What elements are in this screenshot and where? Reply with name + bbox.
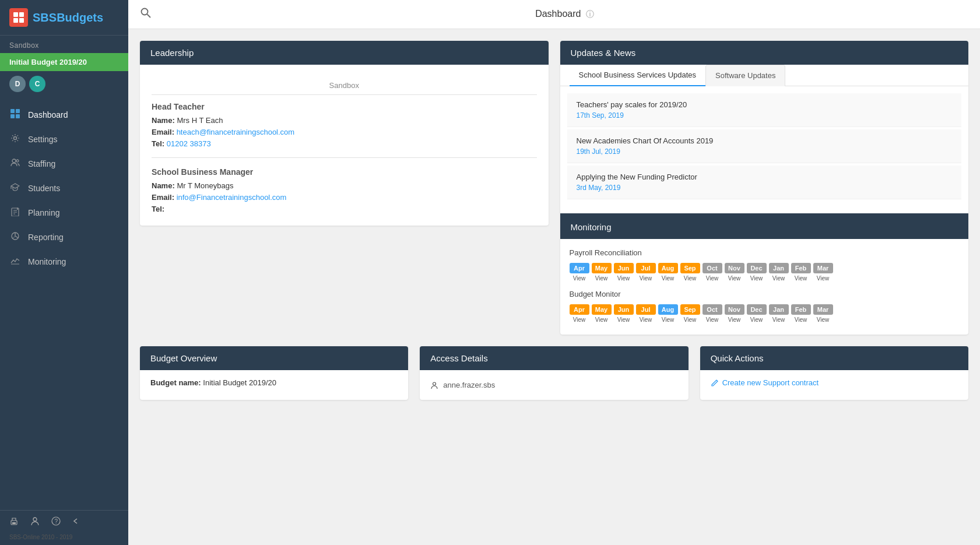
payroll-month-nov[interactable]: Nov View <box>725 263 744 282</box>
budget-month-nov[interactable]: Nov View <box>725 304 744 323</box>
month-view-label[interactable]: View <box>750 275 763 282</box>
month-view-label[interactable]: View <box>617 317 630 323</box>
main-content: Dashboard ⓘ Leadership Sandbox Head Teac… <box>128 0 980 545</box>
budget-month-mar[interactable]: Mar View <box>813 304 833 323</box>
sidebar-item-students[interactable]: Students <box>0 176 128 201</box>
month-view-label[interactable]: View <box>706 317 719 323</box>
payroll-month-mar[interactable]: Mar View <box>813 263 833 282</box>
tab-sbs-updates[interactable]: School Business Services Updates <box>570 65 706 86</box>
month-view-label[interactable]: View <box>573 275 586 282</box>
news-items-area: Teachers' pay scales for 2019/20 17th Se… <box>560 86 969 209</box>
sidebar-item-label: Planning <box>28 208 60 217</box>
sidebar-item-staffing[interactable]: Staffing <box>0 152 128 176</box>
logo-text: SBSBudgets <box>33 11 103 24</box>
month-view-label[interactable]: View <box>684 317 697 323</box>
svg-rect-5 <box>16 109 20 113</box>
sidebar-item-dashboard[interactable]: Dashboard <box>0 103 128 127</box>
content-area: Leadership Sandbox Head Teacher Name: Mr… <box>128 29 980 545</box>
month-view-label[interactable]: View <box>817 275 830 282</box>
reporting-icon <box>9 231 21 243</box>
business-manager-email-link[interactable]: info@Financetrainingschool.com <box>177 193 287 202</box>
payroll-month-jan[interactable]: Jan View <box>769 263 789 282</box>
budget-month-oct[interactable]: Oct View <box>702 304 722 323</box>
month-view-label[interactable]: View <box>595 317 608 323</box>
month-badge: Aug <box>658 304 678 315</box>
budget-month-dec[interactable]: Dec View <box>747 304 767 323</box>
payroll-month-oct[interactable]: Oct View <box>702 263 722 282</box>
avatar-c: C <box>29 76 45 92</box>
month-view-label[interactable]: View <box>640 317 652 323</box>
month-badge: Nov <box>725 304 744 315</box>
budget-month-jun[interactable]: Jun View <box>614 304 634 323</box>
payroll-months: Apr View May View Jun View Jul View Aug … <box>570 263 960 282</box>
payroll-month-jun[interactable]: Jun View <box>614 263 634 282</box>
month-view-label[interactable]: View <box>795 317 807 323</box>
payroll-month-jul[interactable]: Jul View <box>636 263 656 282</box>
payroll-month-dec[interactable]: Dec View <box>747 263 767 282</box>
month-view-label[interactable]: View <box>617 275 630 282</box>
month-view-label[interactable]: View <box>817 317 830 323</box>
sidebar-item-planning[interactable]: Planning <box>0 201 128 225</box>
search-icon[interactable] <box>140 7 152 22</box>
head-teacher-email-link[interactable]: hteach@financetrainingschool.com <box>177 128 295 136</box>
month-view-label[interactable]: View <box>684 275 697 282</box>
payroll-month-feb[interactable]: Feb View <box>791 263 811 282</box>
business-manager-role: School Business Manager <box>152 167 537 177</box>
month-view-label[interactable]: View <box>728 275 741 282</box>
month-badge: Aug <box>658 263 678 273</box>
tab-software-updates[interactable]: Software Updates <box>705 65 785 86</box>
month-view-label[interactable]: View <box>595 275 608 282</box>
payroll-month-aug[interactable]: Aug View <box>658 263 678 282</box>
print-icon[interactable] <box>9 516 19 528</box>
budget-month-jul[interactable]: Jul View <box>636 304 656 323</box>
user-small-icon <box>430 381 438 389</box>
leadership-header: Leadership <box>140 41 549 65</box>
month-view-label[interactable]: View <box>640 275 652 282</box>
month-view-label[interactable]: View <box>728 317 741 323</box>
budget-month-apr[interactable]: Apr View <box>570 304 589 323</box>
month-view-label[interactable]: View <box>750 317 763 323</box>
budget-month-jan[interactable]: Jan View <box>769 304 789 323</box>
svg-rect-7 <box>16 114 20 118</box>
budget-label: Initial Budget 2019/20 <box>0 53 128 71</box>
month-view-label[interactable]: View <box>795 275 807 282</box>
month-view-label[interactable]: View <box>772 317 785 323</box>
help-icon[interactable]: ? <box>51 516 61 528</box>
topbar-help-icon[interactable]: ⓘ <box>586 9 594 19</box>
budget-month-feb[interactable]: Feb View <box>791 304 811 323</box>
budget-month-sep[interactable]: Sep View <box>680 304 700 323</box>
payroll-month-sep[interactable]: Sep View <box>680 263 700 282</box>
sidebar-item-settings[interactable]: Settings <box>0 127 128 152</box>
month-badge: May <box>592 263 612 273</box>
month-badge: Feb <box>791 263 811 273</box>
access-details-body: anne.frazer.sbs <box>420 370 688 400</box>
svg-rect-6 <box>10 114 15 118</box>
month-view-label[interactable]: View <box>772 275 785 282</box>
month-badge: Mar <box>813 263 833 273</box>
month-view-label[interactable]: View <box>706 275 719 282</box>
svg-rect-1 <box>19 12 24 17</box>
month-badge: Jul <box>636 304 656 315</box>
sidebar-item-monitoring[interactable]: Monitoring <box>0 249 128 274</box>
payroll-month-may[interactable]: May View <box>592 263 612 282</box>
sidebar-item-reporting[interactable]: Reporting <box>0 225 128 249</box>
budget-month-may[interactable]: May View <box>592 304 612 323</box>
payroll-month-apr[interactable]: Apr View <box>570 263 589 282</box>
news-tabs: School Business Services Updates Softwar… <box>560 65 969 86</box>
svg-point-22 <box>142 9 148 15</box>
month-view-label[interactable]: View <box>573 317 586 323</box>
copyright: SBS-Online 2010 - 2019 <box>0 534 128 545</box>
user-icon[interactable] <box>30 516 40 528</box>
month-badge: Apr <box>570 263 589 273</box>
quick-actions-header: Quick Actions <box>700 346 968 370</box>
quick-action-support[interactable]: Create new Support contract <box>711 378 958 387</box>
month-view-label[interactable]: View <box>662 317 675 323</box>
head-teacher-tel-link[interactable]: 01202 38373 <box>167 139 211 148</box>
collapse-icon[interactable] <box>72 516 79 528</box>
budget-month-aug[interactable]: Aug View <box>658 304 678 323</box>
month-view-label[interactable]: View <box>662 275 675 282</box>
budget-monitor-title: Budget Monitor <box>570 290 960 298</box>
sidebar-item-label: Students <box>28 184 60 193</box>
head-teacher-tel: Tel: 01202 38373 <box>152 139 537 148</box>
month-badge: May <box>592 304 612 315</box>
